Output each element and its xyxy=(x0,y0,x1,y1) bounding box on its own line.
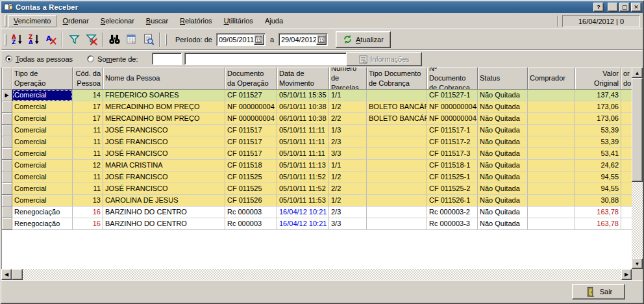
cell-cod[interactable]: 16 xyxy=(73,207,103,218)
cell-partial[interactable] xyxy=(621,148,632,160)
cell-tipocob[interactable]: BOLETO BANCÁRIO xyxy=(367,101,427,113)
cell-data[interactable]: 16/04/12 10:21 xyxy=(277,218,329,230)
row-selector[interactable] xyxy=(2,125,12,136)
atualizar-button[interactable]: Atualizar xyxy=(336,31,391,48)
cell-data[interactable]: 05/10/11 11:52 xyxy=(277,171,329,183)
cell-tipo[interactable]: Comercial xyxy=(12,113,73,125)
cell-comprador[interactable] xyxy=(528,218,575,230)
cell-nome[interactable]: JOSÉ FRANCISCO xyxy=(103,171,225,183)
cell-data[interactable]: 05/10/11 11:13 xyxy=(277,160,329,171)
cell-parc[interactable]: 1/2 xyxy=(329,195,367,207)
help-button[interactable]: ? xyxy=(593,3,604,12)
cell-comprador[interactable] xyxy=(528,183,575,195)
cell-doc[interactable]: NF 000000004 xyxy=(225,113,277,125)
sort-desc-button[interactable]: Z A xyxy=(25,31,42,48)
cell-numcob[interactable]: CF 011518-1 xyxy=(427,160,478,171)
date-from-input[interactable] xyxy=(219,34,255,45)
column-header-cod[interactable]: Cód. da Pessoa xyxy=(73,68,103,90)
cell-data[interactable]: 05/10/11 11:11 xyxy=(277,136,329,148)
cell-data[interactable]: 06/10/11 10:38 xyxy=(277,113,329,125)
cell-tipo[interactable]: Comercial xyxy=(12,90,73,101)
grid-row[interactable]: Comercial11JOSÉ FRANCISCOCF 01151705/10/… xyxy=(2,136,632,148)
cell-comprador[interactable] xyxy=(528,125,575,136)
cell-doc[interactable]: CF 011527 xyxy=(225,90,277,101)
cell-tipo[interactable]: Comercial xyxy=(12,136,73,148)
cell-parc[interactable]: 1/3 xyxy=(329,125,367,136)
cell-tipocob[interactable]: BOLETO BANCÁRIO xyxy=(367,113,427,125)
cell-tipo[interactable]: Comercial xyxy=(12,171,73,183)
cell-parc[interactable]: 3/3 xyxy=(329,218,367,230)
grid-row[interactable]: Comercial11JOSÉ FRANCISCOCF 01152505/10/… xyxy=(2,171,632,183)
cell-cod[interactable]: 11 xyxy=(73,136,103,148)
radio-somente-de[interactable]: Somente de: xyxy=(87,55,138,63)
row-selector[interactable] xyxy=(2,195,12,207)
cell-valor[interactable]: 173,06 xyxy=(575,101,621,113)
cell-cod[interactable]: 14 xyxy=(73,90,103,101)
grid-row[interactable]: ▶Comercial14FREDERICO SOARESCF 01152705/… xyxy=(2,90,632,101)
cell-partial[interactable] xyxy=(621,101,632,113)
cell-tipo[interactable]: Comercial xyxy=(12,101,73,113)
periodo-grip[interactable] xyxy=(165,34,167,45)
cell-data[interactable]: 16/04/12 10:21 xyxy=(277,207,329,218)
cell-doc[interactable]: CF 011525 xyxy=(225,171,277,183)
row-selector[interactable] xyxy=(2,136,12,148)
cell-data[interactable]: 06/10/11 10:38 xyxy=(277,101,329,113)
row-selector[interactable] xyxy=(2,218,12,230)
cell-comprador[interactable] xyxy=(528,148,575,160)
grid-row[interactable]: Renegociação16BARZINHO DO CENTRORc 00000… xyxy=(2,218,632,230)
date-to-input[interactable] xyxy=(281,34,317,45)
cell-tipo[interactable]: Comercial xyxy=(12,125,73,136)
cell-parc[interactable]: 2/2 xyxy=(329,183,367,195)
grid-row[interactable]: Comercial17MERCADINHO BOM PREÇONF 000000… xyxy=(2,113,632,125)
cell-numcob[interactable]: CF 011527-1 xyxy=(427,90,478,101)
print-preview-button[interactable] xyxy=(140,31,156,48)
cell-tipocob[interactable] xyxy=(367,160,427,171)
cell-valor[interactable]: 94,55 xyxy=(575,171,621,183)
cell-nome[interactable]: FREDERICO SOARES xyxy=(103,90,225,101)
cell-valor[interactable]: 163,78 xyxy=(575,207,621,218)
scroll-left-button[interactable]: ◀ xyxy=(1,269,12,280)
cell-tipo[interactable]: Renegociação xyxy=(12,218,73,230)
cell-tipocob[interactable] xyxy=(367,183,427,195)
cell-tipocob[interactable] xyxy=(367,218,427,230)
cell-doc[interactable]: CF 011517 xyxy=(225,136,277,148)
cell-partial[interactable] xyxy=(621,183,632,195)
toolbar-grip[interactable] xyxy=(5,34,6,45)
cell-numcob[interactable]: Rc 000003-2 xyxy=(427,207,478,218)
row-selector[interactable] xyxy=(2,148,12,160)
cell-status[interactable]: Não Quitada xyxy=(478,136,528,148)
cell-tipocob[interactable] xyxy=(367,195,427,207)
row-selector[interactable]: ▶ xyxy=(2,90,12,101)
cell-parc[interactable]: 1/1 xyxy=(329,160,367,171)
horizontal-scroll-thumb[interactable] xyxy=(12,269,23,280)
cell-numcob[interactable]: CF 011517-1 xyxy=(427,125,478,136)
vertical-scroll-thumb[interactable] xyxy=(632,78,643,182)
person-code-input[interactable] xyxy=(153,53,181,64)
cell-cod[interactable]: 11 xyxy=(73,171,103,183)
column-header-status[interactable]: Status xyxy=(478,68,528,90)
cell-status[interactable]: Não Quitada xyxy=(478,183,528,195)
maximize-button[interactable]: ▢ xyxy=(619,3,630,12)
find-button[interactable] xyxy=(106,31,123,48)
grid-row[interactable]: Comercial12MARIA CRISTINACF 01151805/10/… xyxy=(2,160,632,171)
cell-parc[interactable]: 1/2 xyxy=(329,171,367,183)
menu-utilitarios[interactable]: Utilitários xyxy=(219,15,258,27)
cell-tipocob[interactable] xyxy=(367,125,427,136)
grid-row[interactable]: Comercial11JOSÉ FRANCISCOCF 01151705/10/… xyxy=(2,148,632,160)
cell-tipocob[interactable] xyxy=(367,207,427,218)
cell-doc[interactable]: CF 011517 xyxy=(225,148,277,160)
date-to-picker-button[interactable]: 15 xyxy=(316,34,327,45)
horizontal-scroll-track[interactable] xyxy=(23,269,621,280)
cell-parc[interactable]: 2/2 xyxy=(329,113,367,125)
filter-clear-button[interactable] xyxy=(82,31,99,48)
row-selector[interactable] xyxy=(2,160,12,171)
menu-ordenar[interactable]: Ordenar xyxy=(58,15,94,27)
cell-tipocob[interactable] xyxy=(367,171,427,183)
date-from-picker-button[interactable]: 15 xyxy=(254,34,264,45)
cell-comprador[interactable] xyxy=(528,171,575,183)
cell-nome[interactable]: JOSÉ FRANCISCO xyxy=(103,136,225,148)
cell-cod[interactable]: 13 xyxy=(73,195,103,207)
column-header-parc[interactable]: Número de Parcelas xyxy=(329,68,367,90)
row-selector[interactable] xyxy=(2,171,12,183)
cell-status[interactable]: Não Quitada xyxy=(478,101,528,113)
